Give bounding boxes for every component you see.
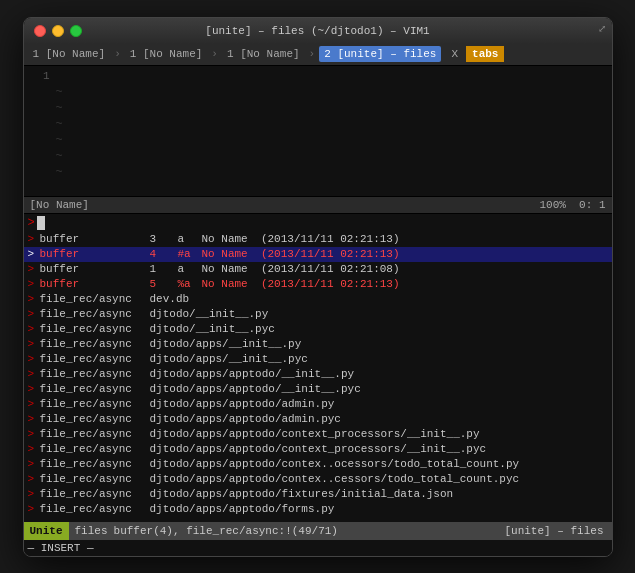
tab-1[interactable]: 1 [No Name] — [28, 46, 111, 62]
file-row-15[interactable]: > file_rec/async djtodo/apps/apptodo/con… — [24, 457, 612, 472]
file-row-11[interactable]: > file_rec/async djtodo/apps/apptodo/adm… — [24, 397, 612, 412]
row-arrow: > — [28, 473, 38, 485]
status-right: [unite] – files — [496, 525, 611, 537]
tilde-2: ~ — [24, 100, 612, 116]
file-row-14[interactable]: > file_rec/async djtodo/apps/apptodo/con… — [24, 442, 612, 457]
file-list[interactable]: > buffer 3 a No Name (2013/11/11 02:21:1… — [24, 232, 612, 522]
file-row-5[interactable]: > file_rec/async djtodo/__init__.py — [24, 307, 612, 322]
bottom-status-bar: Unite files buffer(4), file_rec/async:!(… — [24, 522, 612, 540]
row-arrow: > — [28, 458, 38, 470]
file-row-2[interactable]: > buffer 1 a No Name (2013/11/11 02:21:0… — [24, 262, 612, 277]
cursor — [37, 216, 45, 230]
resize-icon: ⤢ — [598, 23, 606, 35]
tab-sep-3: › — [307, 48, 318, 60]
row-arrow: > — [28, 353, 38, 365]
file-row-10[interactable]: > file_rec/async djtodo/apps/apptodo/__i… — [24, 382, 612, 397]
unite-label: Unite — [24, 522, 69, 540]
close-button[interactable] — [34, 25, 46, 37]
file-row-8[interactable]: > file_rec/async djtodo/apps/__init__.py… — [24, 352, 612, 367]
window-title: [unite] – files (~/djtodo1) – VIM1 — [205, 25, 429, 37]
tilde-4: ~ — [24, 132, 612, 148]
maximize-button[interactable] — [70, 25, 82, 37]
tab-3[interactable]: 1 [No Name] — [222, 46, 305, 62]
tilde-6: ~ — [24, 164, 612, 180]
status-info: buffer(4), file_rec/async:!(49/71) — [114, 525, 497, 537]
row-arrow: > — [28, 338, 38, 350]
file-row-12[interactable]: > file_rec/async djtodo/apps/apptodo/adm… — [24, 412, 612, 427]
file-row-17[interactable]: > file_rec/async djtodo/apps/apptodo/fix… — [24, 487, 612, 502]
tilde-5: ~ — [24, 148, 612, 164]
tab-close[interactable]: X — [447, 46, 462, 62]
file-row-3[interactable]: > buffer 5 %a No Name (2013/11/11 02:21:… — [24, 277, 612, 292]
command-line: > — [24, 214, 612, 232]
tab-2[interactable]: 1 [No Name] — [125, 46, 208, 62]
file-row-9[interactable]: > file_rec/async djtodo/apps/apptodo/__i… — [24, 367, 612, 382]
titlebar: [unite] – files (~/djtodo1) – VIM1 ⤢ — [24, 18, 612, 44]
row-arrow: > — [28, 413, 38, 425]
row-arrow: > — [28, 293, 38, 305]
tab-tabs[interactable]: tabs — [466, 46, 504, 62]
insert-label: — INSERT — — [28, 542, 94, 554]
row-arrow: > — [28, 248, 38, 260]
file-row-16[interactable]: > file_rec/async djtodo/apps/apptodo/con… — [24, 472, 612, 487]
row-arrow: > — [28, 383, 38, 395]
tab-sep-2: › — [209, 48, 220, 60]
file-row-6[interactable]: > file_rec/async djtodo/__init__.pyc — [24, 322, 612, 337]
tab-4[interactable]: 2 [unite] – files — [319, 46, 441, 62]
traffic-lights — [34, 25, 82, 37]
row-arrow: > — [28, 368, 38, 380]
file-row-4[interactable]: > file_rec/async dev.db — [24, 292, 612, 307]
tab-sep-1: › — [112, 48, 123, 60]
row-arrow: > — [28, 263, 38, 275]
row-arrow: > — [28, 323, 38, 335]
vim-window: [unite] – files (~/djtodo1) – VIM1 ⤢ 1 [… — [23, 17, 613, 557]
row-arrow: > — [28, 428, 38, 440]
insert-mode-bar: — INSERT — — [24, 540, 612, 556]
main-content: 1 ~ ~ ~ ~ ~ ~ — [24, 66, 612, 556]
tab-bar: 1 [No Name] › 1 [No Name] › 1 [No Name] … — [24, 44, 612, 66]
row-arrow: > — [28, 308, 38, 320]
editor-line-1: 1 — [24, 68, 612, 84]
status-filename: [No Name] — [30, 199, 89, 211]
tilde-1: ~ — [24, 84, 612, 100]
minimize-button[interactable] — [52, 25, 64, 37]
row-arrow: > — [28, 278, 38, 290]
row-arrow: > — [28, 488, 38, 500]
row-arrow: > — [28, 503, 38, 515]
file-row-0[interactable]: > buffer 3 a No Name (2013/11/11 02:21:1… — [24, 232, 612, 247]
files-label: files — [69, 525, 114, 537]
file-row-18[interactable]: > file_rec/async djtodo/apps/apptodo/for… — [24, 502, 612, 517]
line-number: 1 — [30, 70, 50, 82]
tilde-3: ~ — [24, 116, 612, 132]
status-bar: [No Name] 100% 0: 1 — [24, 196, 612, 214]
row-arrow: > — [28, 233, 38, 245]
prompt-arrow: > — [28, 216, 35, 230]
file-row-13[interactable]: > file_rec/async djtodo/apps/apptodo/con… — [24, 427, 612, 442]
editor-area: 1 ~ ~ ~ ~ ~ ~ — [24, 66, 612, 196]
status-position: 100% 0: 1 — [539, 199, 605, 211]
row-arrow: > — [28, 443, 38, 455]
row-arrow: > — [28, 398, 38, 410]
file-row-7[interactable]: > file_rec/async djtodo/apps/__init__.py — [24, 337, 612, 352]
file-row-1[interactable]: > buffer 4 #a No Name (2013/11/11 02:21:… — [24, 247, 612, 262]
